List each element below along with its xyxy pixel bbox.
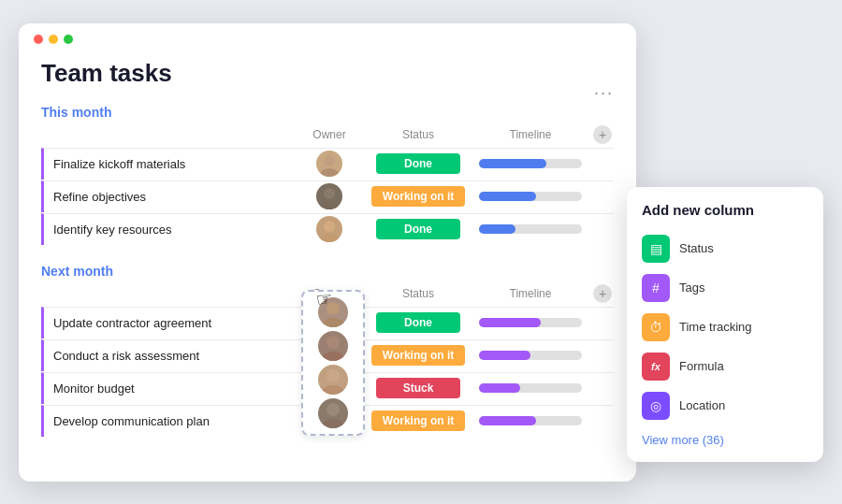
section-header-this-month: This month xyxy=(41,105,614,120)
panel-item-label: Time tracking xyxy=(679,320,752,334)
task-owner xyxy=(292,151,367,177)
svg-point-3 xyxy=(320,201,339,209)
status-badge: Done xyxy=(376,312,460,333)
close-dot[interactable] xyxy=(34,35,43,44)
panel-item-tags[interactable]: # Tags xyxy=(642,268,808,308)
timeline-bar xyxy=(479,224,515,234)
timeline-bar-wrap xyxy=(479,192,582,201)
panel-item-location[interactable]: ◎ Location xyxy=(642,386,808,425)
add-col-btn-2[interactable]: + xyxy=(593,284,612,303)
task-timeline xyxy=(470,224,591,234)
status-icon: ▤ xyxy=(642,235,670,263)
col-header-status-2: Status xyxy=(367,287,470,300)
formula-icon: fx xyxy=(642,353,670,381)
timeline-bar xyxy=(479,416,536,425)
panel-item-time-tracking[interactable]: ⏱ Time tracking xyxy=(642,308,808,347)
avatar xyxy=(318,365,348,395)
svg-point-19 xyxy=(322,385,344,395)
col-header-owner-1: Owner xyxy=(292,128,367,141)
more-options-button[interactable]: ··· xyxy=(594,83,614,103)
table-row: Refine objectives Working on it xyxy=(41,180,614,212)
panel-item-label: Location xyxy=(679,398,725,412)
task-name: Update contractor agreement xyxy=(44,309,292,338)
task-timeline xyxy=(470,351,591,360)
section-this-month: This month Owner Status Timeline + Final… xyxy=(41,105,614,245)
panel-title: Add new column xyxy=(642,202,808,218)
time-tracking-icon: ⏱ xyxy=(642,313,670,341)
svg-point-16 xyxy=(327,336,340,349)
timeline-bar-wrap xyxy=(479,383,582,393)
task-status: Working on it xyxy=(367,186,470,207)
svg-point-0 xyxy=(324,155,335,166)
timeline-bar-wrap xyxy=(479,224,582,234)
add-column-panel: Add new column ▤ Status # Tags ⏱ Time tr… xyxy=(627,187,823,462)
status-badge: Done xyxy=(376,219,460,239)
svg-point-2 xyxy=(324,188,335,199)
task-status: Stuck xyxy=(367,378,470,398)
timeline-bar-wrap xyxy=(479,416,582,425)
status-badge: Working on it xyxy=(371,345,465,366)
task-status: Done xyxy=(367,219,470,239)
panel-item-label: Status xyxy=(679,241,714,255)
panel-item-label: Formula xyxy=(679,359,724,373)
status-badge: Stuck xyxy=(376,378,460,398)
task-status: Done xyxy=(367,312,470,333)
task-timeline xyxy=(470,416,591,425)
avatar xyxy=(316,183,342,209)
task-timeline xyxy=(470,192,591,201)
timeline-bar xyxy=(479,351,530,360)
status-badge: Done xyxy=(376,153,460,174)
task-status: Working on it xyxy=(367,345,470,366)
col-header-timeline-1: Timeline xyxy=(470,128,591,141)
svg-point-17 xyxy=(322,352,344,361)
task-status: Done xyxy=(367,153,470,174)
task-timeline xyxy=(470,159,591,168)
task-name: Monitor budget xyxy=(44,374,292,403)
col-header-status-1: Status xyxy=(367,128,470,141)
table-row: Identify key resources Done xyxy=(41,213,614,245)
minimize-dot[interactable] xyxy=(49,35,58,44)
panel-item-status[interactable]: ▤ Status xyxy=(642,229,808,268)
avatar xyxy=(316,151,342,177)
add-col-btn-1[interactable]: + xyxy=(593,125,612,144)
timeline-bar xyxy=(479,383,520,393)
avatar xyxy=(318,331,348,361)
section-title-next-month: Next month xyxy=(41,264,113,279)
column-headers-this-month: Owner Status Timeline + xyxy=(41,125,614,148)
location-icon: ◎ xyxy=(642,392,670,420)
task-owner xyxy=(292,216,367,242)
task-name: Conduct a risk assessment xyxy=(44,341,292,370)
task-status: Working on it xyxy=(367,410,470,431)
task-timeline xyxy=(470,318,591,327)
titlebar xyxy=(19,23,636,51)
timeline-bar xyxy=(479,318,541,327)
page-title: Team tasks xyxy=(41,59,614,88)
timeline-bar xyxy=(479,192,536,201)
view-more-link[interactable]: View more (36) xyxy=(642,433,808,447)
maximize-dot[interactable] xyxy=(64,35,73,44)
floating-avatar-card xyxy=(301,290,365,436)
task-name: Finalize kickoff materials xyxy=(44,150,292,179)
svg-point-18 xyxy=(327,369,340,382)
timeline-bar-wrap xyxy=(479,318,582,327)
panel-item-label: Tags xyxy=(679,281,704,295)
svg-point-1 xyxy=(320,168,339,177)
task-name: Develop communication plan xyxy=(44,407,292,436)
task-name: Identify key resources xyxy=(44,215,292,244)
panel-item-formula[interactable]: fx Formula xyxy=(642,347,808,386)
avatar xyxy=(318,398,348,428)
svg-point-21 xyxy=(322,419,344,428)
timeline-bar-wrap xyxy=(479,351,582,360)
section-title-this-month: This month xyxy=(41,105,111,120)
tags-icon: # xyxy=(642,274,670,302)
svg-point-20 xyxy=(327,403,340,416)
task-owner xyxy=(292,183,367,209)
section-header-next-month: Next month xyxy=(41,264,614,279)
svg-point-15 xyxy=(322,318,344,327)
table-row: Finalize kickoff materials Done xyxy=(41,148,614,180)
timeline-bar xyxy=(479,159,546,168)
timeline-bar-wrap xyxy=(479,159,582,168)
svg-point-4 xyxy=(324,221,335,232)
svg-point-5 xyxy=(320,234,339,242)
status-badge: Working on it xyxy=(371,186,465,207)
